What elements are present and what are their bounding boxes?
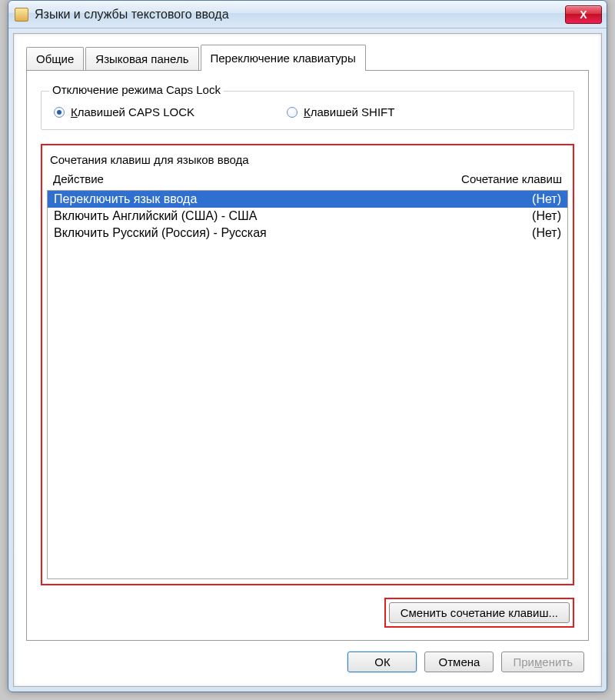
cell-action: Включить Русский (Россия) - Русская: [54, 226, 507, 240]
dialog-buttons: ОК Отмена Применить: [26, 641, 589, 675]
list-item[interactable]: Включить Английский (США) - США (Нет): [48, 208, 567, 225]
tab-strip: Общие Языковая панель Переключение клави…: [26, 45, 589, 70]
tab-label: Переключение клавиатуры: [211, 52, 356, 65]
capslock-groupbox: Отключение режима Caps Lock Клавишей CAP…: [41, 91, 574, 130]
radio-icon: [287, 107, 298, 118]
list-item[interactable]: Переключить язык ввода (Нет): [48, 191, 567, 208]
radio-capslock-key[interactable]: Клавишей CAPS LOCK: [54, 105, 194, 118]
titlebar[interactable]: Языки и службы текстового ввода X: [8, 1, 607, 28]
ok-button[interactable]: ОК: [347, 652, 417, 672]
column-headers: Действие Сочетание клавиш: [47, 171, 568, 190]
hotkeys-section: Сочетания клавиш для языков ввода Действ…: [41, 144, 574, 585]
app-icon: [15, 8, 28, 22]
radio-icon: [54, 107, 65, 118]
apply-button[interactable]: Применить: [501, 652, 584, 672]
list-item[interactable]: Включить Русский (Россия) - Русская (Нет…: [48, 225, 567, 242]
radio-label: Клавишей SHIFT: [304, 105, 394, 118]
tab-general[interactable]: Общие: [26, 47, 84, 70]
tab-language-bar[interactable]: Языковая панель: [85, 47, 198, 70]
radio-row: Клавишей CAPS LOCK Клавишей SHIFT: [54, 105, 561, 118]
cell-combo: (Нет): [507, 226, 561, 240]
change-hotkey-button[interactable]: Сменить сочетание клавиш...: [389, 602, 570, 623]
cell-combo: (Нет): [507, 209, 561, 223]
cancel-button[interactable]: Отмена: [424, 652, 494, 672]
tab-keyboard-switch[interactable]: Переключение клавиатуры: [201, 45, 366, 71]
hotkeys-list[interactable]: Переключить язык ввода (Нет) Включить Ан…: [47, 190, 568, 579]
tab-panel: Отключение режима Caps Lock Клавишей CAP…: [26, 70, 589, 641]
close-button[interactable]: X: [565, 5, 602, 24]
hotkeys-title: Сочетания клавиш для языков ввода: [50, 153, 565, 166]
radio-label: Клавишей CAPS LOCK: [71, 105, 194, 118]
col-header-combo: Сочетание клавиш: [408, 172, 562, 185]
groupbox-legend: Отключение режима Caps Lock: [49, 83, 224, 96]
change-hotkey-highlight: Сменить сочетание клавиш...: [384, 598, 574, 628]
window-title: Языки и службы текстового ввода: [35, 8, 565, 22]
col-header-action: Действие: [53, 172, 408, 185]
client-area: Общие Языковая панель Переключение клави…: [13, 33, 602, 687]
cell-action: Включить Английский (США) - США: [54, 209, 507, 223]
tab-label: Общие: [36, 52, 74, 65]
radio-shift-key[interactable]: Клавишей SHIFT: [287, 105, 394, 118]
close-icon: X: [580, 8, 587, 21]
tab-label: Языковая панель: [95, 52, 188, 65]
cell-combo: (Нет): [507, 192, 561, 206]
cell-action: Переключить язык ввода: [54, 192, 507, 206]
dialog-window: Языки и службы текстового ввода X Общие …: [8, 0, 607, 692]
